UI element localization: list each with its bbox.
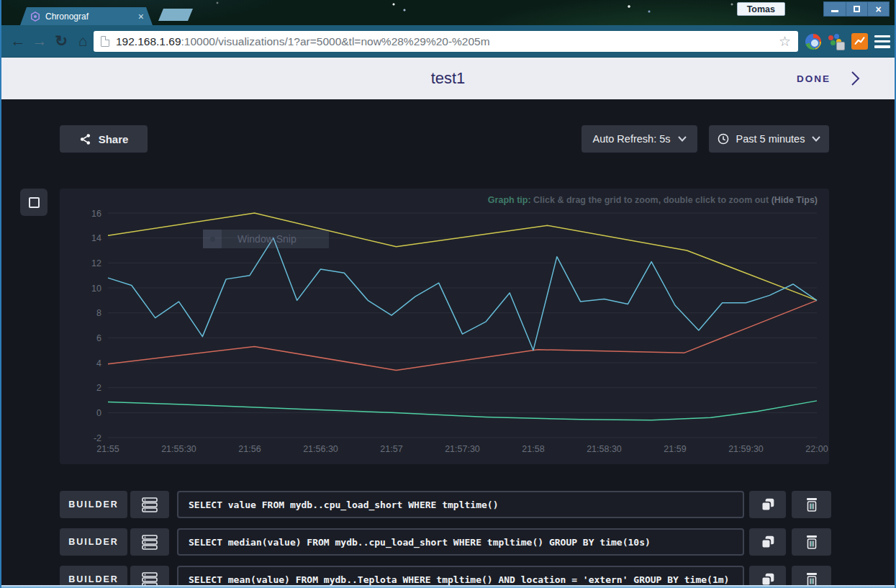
source-toggle-button[interactable] bbox=[130, 528, 169, 556]
hide-tips-link[interactable]: (Hide Tips) bbox=[771, 195, 818, 205]
svg-text:21:56: 21:56 bbox=[238, 444, 261, 454]
refresh-button[interactable]: ↻ bbox=[50, 32, 72, 50]
delete-query-button[interactable] bbox=[792, 528, 831, 556]
forward-button[interactable]: → bbox=[29, 32, 50, 50]
query-row: BUILDER SELECT median(value) FROM mydb..… bbox=[1, 528, 895, 556]
done-button[interactable]: DONE bbox=[797, 73, 831, 84]
apps-extension-icon[interactable] bbox=[828, 33, 845, 50]
chevron-right-icon[interactable] bbox=[851, 71, 860, 86]
minimize-icon bbox=[831, 10, 838, 12]
svg-text:21:55: 21:55 bbox=[96, 444, 119, 454]
svg-text:-2: -2 bbox=[94, 433, 101, 443]
back-button[interactable]: ← bbox=[7, 32, 29, 50]
time-range-dropdown[interactable]: Past 5 minutes bbox=[709, 125, 829, 153]
graph-panel: -2024681012141621:5521:55:3021:5621:56:3… bbox=[60, 189, 829, 464]
analytics-extension-icon[interactable] bbox=[851, 33, 868, 50]
svg-text:14: 14 bbox=[91, 233, 101, 243]
svg-text:21:58:30: 21:58:30 bbox=[587, 444, 622, 454]
minimize-button[interactable] bbox=[824, 2, 846, 16]
clock-icon bbox=[718, 133, 729, 145]
graph-type-button[interactable] bbox=[20, 189, 47, 216]
query-input[interactable]: SELECT value FROM mydb..cpu_load_short W… bbox=[177, 491, 744, 518]
visualization-content: Share Auto Refresh: 5s Past 5 minutes -2… bbox=[1, 99, 895, 588]
query-text: SELECT value FROM mydb..cpu_load_short W… bbox=[189, 499, 498, 510]
browser-navbar: ← → ↻ ⌂ 192.168.1.69:10000/visualization… bbox=[1, 25, 895, 58]
copy-query-button[interactable] bbox=[749, 491, 786, 518]
maximize-button[interactable] bbox=[846, 2, 867, 16]
svg-text:21:56:30: 21:56:30 bbox=[303, 444, 338, 454]
auto-refresh-dropdown[interactable]: Auto Refresh: 5s bbox=[582, 125, 697, 153]
share-label: Share bbox=[99, 133, 129, 145]
svg-text:21:58: 21:58 bbox=[522, 444, 544, 454]
browser-extension-icon[interactable] bbox=[805, 34, 821, 50]
profile-button[interactable]: Tomas bbox=[737, 2, 785, 16]
builder-button[interactable]: BUILDER bbox=[60, 528, 127, 556]
query-input[interactable]: SELECT median(value) FROM mydb..cpu_load… bbox=[177, 528, 744, 556]
server-icon bbox=[142, 497, 158, 512]
url-host: 192.168.1.69 bbox=[116, 35, 181, 48]
url-path: :10000/visualizations/1?ar=5000&tl=now%2… bbox=[181, 35, 490, 48]
chevron-down-icon bbox=[678, 136, 687, 142]
browser-tab-chronograf[interactable]: Chronograf × bbox=[20, 7, 153, 25]
share-button[interactable]: Share bbox=[60, 125, 148, 153]
page-icon bbox=[101, 36, 109, 47]
tab-close-icon[interactable]: × bbox=[138, 12, 144, 22]
svg-text:0: 0 bbox=[96, 408, 101, 418]
browser-window: Chronograf × Tomas × ← → ↻ ⌂ 192.168.1.6… bbox=[0, 0, 896, 588]
close-button[interactable]: × bbox=[867, 2, 889, 16]
graph-tip-label: Graph tip: bbox=[488, 195, 531, 205]
tab-title: Chronograf bbox=[45, 12, 133, 22]
svg-text:21:57:30: 21:57:30 bbox=[445, 444, 480, 454]
svg-text:21:55:30: 21:55:30 bbox=[161, 444, 196, 454]
graph-tip-text: Click & drag the grid to zoom, double cl… bbox=[533, 195, 769, 205]
svg-text:21:59: 21:59 bbox=[664, 444, 686, 454]
query-text: SELECT median(value) FROM mydb..cpu_load… bbox=[189, 537, 651, 548]
profile-label: Tomas bbox=[747, 4, 775, 14]
new-tab-button[interactable] bbox=[158, 9, 193, 21]
server-icon bbox=[142, 535, 158, 550]
copy-query-button[interactable] bbox=[749, 528, 786, 556]
snip-overlay-label: Window Snip bbox=[237, 233, 297, 245]
svg-text:4: 4 bbox=[96, 358, 101, 368]
svg-text:22:00: 22:00 bbox=[805, 444, 828, 454]
auto-refresh-label: Auto Refresh: 5s bbox=[593, 133, 671, 145]
svg-text:12: 12 bbox=[91, 258, 101, 268]
svg-text:16: 16 bbox=[91, 209, 101, 219]
snip-dot-icon bbox=[210, 237, 215, 242]
maximize-icon bbox=[854, 6, 860, 12]
window-snip-overlay: Window Snip bbox=[203, 230, 329, 248]
trash-icon bbox=[805, 572, 818, 587]
trash-icon bbox=[805, 497, 818, 512]
builder-button[interactable]: BUILDER bbox=[60, 491, 127, 518]
snip-chip bbox=[203, 230, 222, 248]
page-title: test1 bbox=[431, 69, 466, 88]
time-range-label: Past 5 minutes bbox=[736, 133, 805, 145]
chronograf-logo-icon bbox=[30, 12, 40, 22]
query-row: BUILDER SELECT value FROM mydb..cpu_load… bbox=[1, 491, 895, 518]
visualization-header: test1 DONE bbox=[1, 58, 895, 99]
source-toggle-button[interactable] bbox=[130, 491, 169, 518]
url-bar[interactable]: 192.168.1.69:10000/visualizations/1?ar=5… bbox=[94, 31, 798, 52]
share-icon bbox=[79, 133, 91, 145]
home-button[interactable]: ⌂ bbox=[72, 32, 94, 50]
menu-button[interactable] bbox=[874, 35, 890, 48]
svg-text:21:57: 21:57 bbox=[380, 444, 402, 454]
svg-text:6: 6 bbox=[96, 333, 101, 343]
bookmark-star-icon[interactable]: ☆ bbox=[779, 33, 791, 50]
copy-icon bbox=[761, 535, 775, 549]
svg-text:2: 2 bbox=[96, 383, 101, 393]
window-bottom-border bbox=[1, 585, 895, 588]
svg-text:21:59:30: 21:59:30 bbox=[728, 444, 764, 454]
extension-icons bbox=[805, 25, 890, 58]
svg-text:8: 8 bbox=[96, 308, 101, 318]
close-icon: × bbox=[875, 4, 881, 14]
chart-svg[interactable]: -2024681012141621:5521:55:3021:5621:56:3… bbox=[60, 189, 829, 464]
window-caption-buttons: × bbox=[823, 1, 890, 17]
delete-query-button[interactable] bbox=[792, 491, 831, 518]
graph-tip: Graph tip: Click & drag the grid to zoom… bbox=[488, 195, 818, 205]
url-text: 192.168.1.69:10000/visualizations/1?ar=5… bbox=[116, 35, 772, 48]
square-graph-icon bbox=[29, 197, 40, 208]
svg-text:10: 10 bbox=[91, 284, 101, 294]
chevron-down-icon bbox=[812, 136, 820, 142]
browser-titlebar: Chronograf × Tomas × bbox=[1, 0, 895, 25]
